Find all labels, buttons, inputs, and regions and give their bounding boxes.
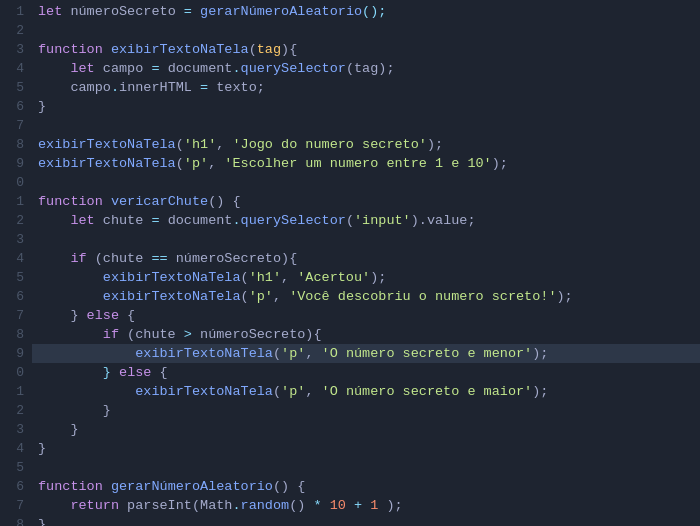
line-number: 2 [0, 21, 32, 40]
token-str: 'p' [281, 346, 305, 361]
code-line: campo.innerHTML = texto; [32, 78, 700, 97]
token-plain: ( [176, 156, 184, 171]
code-content[interactable]: let númeroSecreto = gerarNúmeroAleatorio… [32, 0, 700, 526]
line-number: 6 [0, 477, 32, 496]
token-plain [38, 346, 135, 361]
code-line: } else { [32, 363, 700, 382]
token-punct: . [232, 61, 240, 76]
token-plain: { [119, 308, 135, 323]
token-fn: exibirTextoNaTela [135, 346, 273, 361]
token-plain [111, 365, 119, 380]
token-plain: , [305, 384, 321, 399]
token-plain: innerHTML [119, 80, 200, 95]
line-number: 3 [0, 420, 32, 439]
token-str: 'O número secreto e maior' [322, 384, 533, 399]
token-punct: == [151, 251, 167, 266]
line-number: 3 [0, 40, 32, 59]
line-number: 2 [0, 211, 32, 230]
token-fn: exibirTextoNaTela [111, 42, 249, 57]
token-str: 'h1' [184, 137, 216, 152]
token-plain: ); [427, 137, 443, 152]
token-punct: = [184, 4, 192, 19]
code-line: exibirTextoNaTela('h1', 'Acertou'); [32, 268, 700, 287]
token-plain: chute [95, 213, 152, 228]
token-plain: ( [241, 270, 249, 285]
code-line [32, 116, 700, 135]
token-fn: exibirTextoNaTela [135, 384, 273, 399]
token-str: 'h1' [249, 270, 281, 285]
code-line: return parseInt(Math.random() * 10 + 1 )… [32, 496, 700, 515]
token-plain: ){ [281, 42, 297, 57]
line-number: 4 [0, 249, 32, 268]
code-line: if (chute == númeroSecreto){ [32, 249, 700, 268]
token-plain [38, 327, 103, 342]
code-line [32, 458, 700, 477]
token-plain: } [38, 308, 87, 323]
token-plain: ( [249, 42, 257, 57]
code-line: } [32, 515, 700, 526]
token-plain: parseInt(Math [119, 498, 232, 513]
token-plain: ); [532, 346, 548, 361]
token-plain [38, 213, 70, 228]
token-plain: eroSecreto [95, 4, 184, 19]
token-plain: ); [557, 289, 573, 304]
token-plain: ( [241, 289, 249, 304]
line-number: 0 [0, 173, 32, 192]
token-plain: ( [346, 213, 354, 228]
token-plain: () { [208, 194, 240, 209]
token-plain: núm [168, 251, 200, 266]
line-number: 4 [0, 59, 32, 78]
line-number: 1 [0, 2, 32, 21]
token-plain: (chute [87, 251, 152, 266]
code-line: let campo = document.querySelector(tag); [32, 59, 700, 78]
token-param: tag [257, 42, 281, 57]
token-plain: texto; [208, 80, 265, 95]
line-number: 4 [0, 439, 32, 458]
token-plain: document [160, 61, 233, 76]
code-editor: 1234567890123456789012345678 let númeroS… [0, 0, 700, 526]
token-plain: , [305, 346, 321, 361]
token-plain: () { [273, 479, 305, 494]
code-line: } [32, 420, 700, 439]
token-kw: else [119, 365, 151, 380]
token-plain [38, 270, 103, 285]
token-kw: function [38, 194, 103, 209]
token-fn: gerarNúmeroAleatorio [111, 479, 273, 494]
token-plain [103, 194, 111, 209]
token-plain [38, 61, 70, 76]
code-line: } else { [32, 306, 700, 325]
line-number: 5 [0, 458, 32, 477]
line-number: 9 [0, 344, 32, 363]
token-plain [38, 251, 70, 266]
token-plain: } [38, 403, 111, 418]
token-kw: let [70, 213, 94, 228]
token-plain: } [38, 517, 46, 526]
token-str: 'p' [281, 384, 305, 399]
line-number: 9 [0, 154, 32, 173]
code-line: let chute = document.querySelector('inpu… [32, 211, 700, 230]
code-line: exibirTextoNaTela('p', 'Você descobriu o… [32, 287, 700, 306]
token-plain: núm [62, 4, 94, 19]
token-fn: exibirTextoNaTela [103, 289, 241, 304]
line-number: 7 [0, 496, 32, 515]
token-punct: (); [362, 4, 386, 19]
line-number: 5 [0, 268, 32, 287]
code-line [32, 21, 700, 40]
line-numbers: 1234567890123456789012345678 [0, 0, 32, 526]
code-line [32, 173, 700, 192]
code-line: if (chute > númeroSecreto){ [32, 325, 700, 344]
line-number: 8 [0, 135, 32, 154]
token-fn: exibirTextoNaTela [38, 156, 176, 171]
code-line [32, 230, 700, 249]
token-plain [103, 42, 111, 57]
token-fn: querySelector [241, 213, 346, 228]
token-plain: ).value; [411, 213, 476, 228]
line-number: 0 [0, 363, 32, 382]
token-plain: , [216, 137, 232, 152]
token-plain: campo [38, 80, 111, 95]
token-kw: if [103, 327, 119, 342]
line-number: 6 [0, 287, 32, 306]
token-plain [103, 479, 111, 494]
token-punct: > [184, 327, 192, 342]
token-str: 'Acertou' [297, 270, 370, 285]
